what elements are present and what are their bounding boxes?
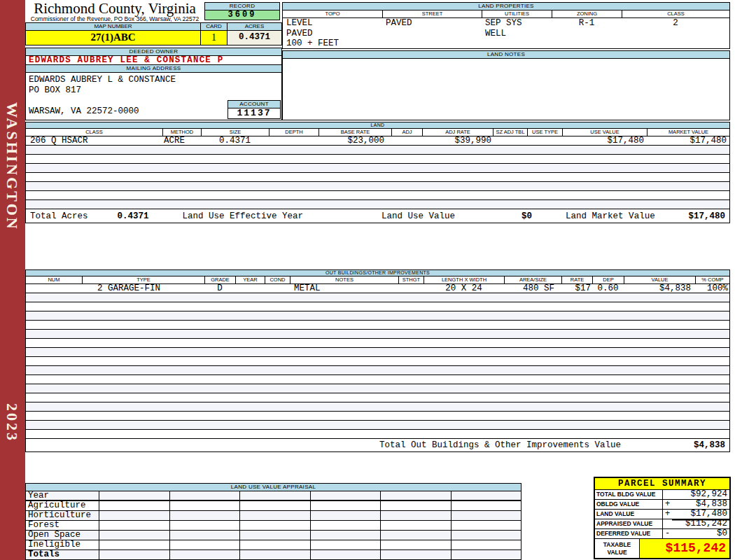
cell	[82, 321, 204, 329]
table-empty-row	[26, 155, 729, 164]
year-county-sidebar: WASHINGTON 2023	[0, 0, 25, 560]
mailing-address-header: MAILING ADDRESS	[25, 64, 282, 73]
table-empty-row	[26, 339, 729, 348]
cell	[99, 501, 169, 510]
cell	[290, 384, 398, 393]
column-header: METHOD	[162, 129, 201, 136]
table-data-row: 206 Q HSACRACRE0.4371$23,000$39,990$17,4…	[26, 136, 729, 146]
map-number-header: MAP NUMBER	[25, 22, 201, 31]
table-empty-row	[26, 366, 729, 375]
cell	[391, 164, 422, 172]
cell: 480 SF	[504, 284, 561, 293]
cell	[527, 182, 562, 190]
cell	[204, 312, 235, 320]
table-empty-row	[26, 393, 729, 402]
cell: 0.60	[592, 284, 624, 293]
record-box: RECORD 3609	[204, 2, 280, 20]
summary-value: $0	[672, 529, 729, 539]
cell	[398, 284, 424, 293]
cell	[504, 348, 561, 356]
cell	[592, 421, 624, 429]
summary-label: TOTAL BLDG VALUE	[595, 490, 663, 500]
cell	[235, 293, 265, 302]
table-empty-row	[26, 164, 729, 173]
cell	[695, 321, 729, 329]
cell	[424, 357, 504, 365]
column-header: MARKET VALUE	[647, 129, 729, 136]
cell	[592, 321, 624, 329]
table-empty-row	[26, 348, 729, 357]
land-column-headers: CLASSMETHODSIZEDEPTHBASE RATEADJADJ RATE…	[26, 129, 729, 136]
cell	[451, 540, 522, 550]
cell	[647, 164, 729, 172]
cell	[624, 375, 695, 384]
cell	[318, 173, 391, 181]
cell	[265, 421, 290, 429]
out-buildings-section: OUT BUILDINGS/OTHER IMPROVEMENTS NUMTYPE…	[25, 270, 730, 452]
cell	[235, 402, 265, 411]
table-empty-row	[26, 384, 729, 393]
cell: $39,990	[422, 136, 493, 145]
cell	[424, 339, 504, 347]
cell	[561, 384, 592, 393]
cell	[695, 293, 729, 302]
cell	[424, 330, 504, 338]
land-section: LAND CLASSMETHODSIZEDEPTHBASE RATEADJADJ…	[25, 122, 730, 223]
cell: METAL	[290, 284, 398, 293]
land-property-value: LEVEL	[283, 18, 382, 29]
cell: $4,838	[624, 284, 695, 293]
cell	[592, 412, 624, 420]
cell	[493, 173, 527, 181]
cell	[269, 136, 318, 145]
summary-row: APPRAISED VALUE$115,242	[595, 519, 729, 529]
appraisal-row: Totals	[26, 550, 521, 560]
cell	[265, 321, 290, 329]
cell	[561, 366, 592, 374]
cell	[290, 348, 398, 356]
card-header: CARD	[201, 22, 227, 31]
cell	[424, 384, 504, 393]
zoning-values: R-1	[552, 18, 622, 49]
cell	[624, 384, 695, 393]
cell	[493, 155, 527, 163]
cell	[451, 550, 522, 559]
cell	[592, 393, 624, 402]
cell	[290, 302, 398, 311]
cell	[398, 393, 424, 402]
cell	[169, 531, 240, 540]
out-buildings-totals-row: Total Out Buildings & Other Improvements…	[26, 439, 729, 451]
cell	[265, 348, 290, 356]
land-notes-section: LAND NOTES	[282, 50, 730, 120]
cell	[26, 191, 162, 200]
cell	[647, 155, 729, 163]
summary-value: $17,480	[672, 510, 729, 519]
land-use-value-label: Land Use Value	[382, 211, 455, 221]
utilities-values: SEP SYSWELL	[482, 18, 552, 49]
cell	[235, 366, 265, 374]
column-header: YEAR	[235, 276, 265, 284]
cell	[424, 412, 504, 420]
summary-row: TOTAL BLDG VALUE$92,924	[595, 490, 729, 500]
appraisal-row-label: Open Space	[26, 531, 99, 540]
cell	[26, 384, 82, 393]
appraisal-row: Forest	[26, 521, 521, 531]
cell	[424, 348, 504, 356]
cell	[82, 412, 204, 420]
cell	[527, 164, 562, 172]
cell	[592, 293, 624, 302]
cell	[451, 511, 522, 520]
cell	[169, 521, 240, 530]
cell	[398, 384, 424, 393]
appraisal-row-label: Year	[26, 491, 99, 500]
table-empty-row	[26, 421, 729, 430]
cell	[398, 375, 424, 384]
out-buildings-column-headers: NUMTYPEGRADEYEARCONDNOTESSTHGTLENGTH X W…	[26, 276, 729, 284]
cell	[527, 191, 562, 200]
cell	[82, 330, 204, 338]
cell	[391, 182, 422, 190]
cell	[26, 284, 82, 293]
cell	[424, 421, 504, 429]
cell	[624, 330, 695, 338]
cell	[391, 173, 422, 181]
cell	[204, 421, 235, 429]
